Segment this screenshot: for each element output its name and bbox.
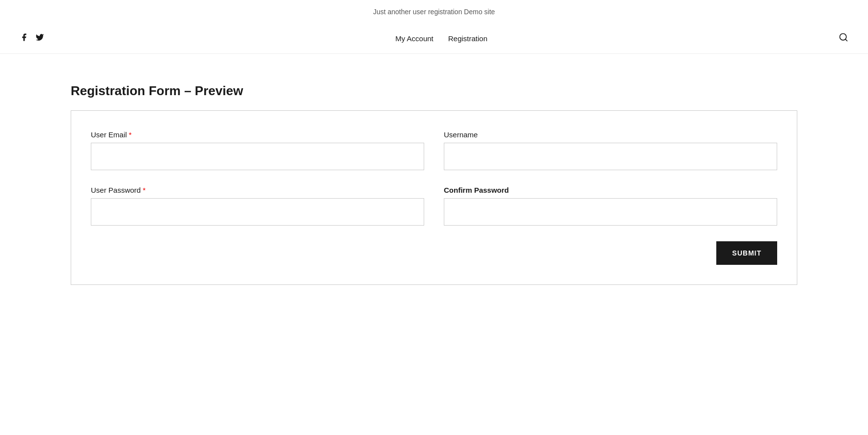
- form-row-2: User Password* Confirm Password: [91, 186, 777, 226]
- user-password-field: User Password*: [91, 186, 424, 226]
- user-email-field: User Email*: [91, 130, 424, 170]
- form-actions: SUBMIT: [91, 241, 777, 265]
- facebook-icon[interactable]: [20, 33, 28, 44]
- username-field: Username: [444, 130, 777, 170]
- nav-registration[interactable]: Registration: [448, 34, 488, 43]
- user-password-label: User Password*: [91, 186, 424, 194]
- social-links: [20, 33, 44, 44]
- main-content: Registration Form – Preview User Email* …: [51, 54, 817, 305]
- submit-button[interactable]: SUBMIT: [716, 241, 777, 265]
- site-header: My Account Registration: [0, 24, 868, 54]
- user-email-label: User Email*: [91, 130, 424, 139]
- registration-form-container: User Email* Username User Password* Conf…: [71, 110, 797, 285]
- nav-my-account[interactable]: My Account: [395, 34, 434, 43]
- svg-line-1: [845, 39, 847, 41]
- user-email-required: *: [129, 130, 132, 139]
- site-tagline: Just another user registration Demo site: [0, 0, 868, 24]
- confirm-password-field: Confirm Password: [444, 186, 777, 226]
- user-email-input[interactable]: [91, 143, 424, 170]
- twitter-icon[interactable]: [35, 33, 44, 44]
- main-nav: My Account Registration: [395, 34, 488, 43]
- username-label: Username: [444, 130, 777, 139]
- user-password-input[interactable]: [91, 198, 424, 226]
- form-row-1: User Email* Username: [91, 130, 777, 170]
- tagline-text: Just another user registration Demo site: [373, 8, 495, 16]
- page-title: Registration Form – Preview: [71, 83, 797, 99]
- search-button[interactable]: [839, 32, 848, 45]
- confirm-password-input[interactable]: [444, 198, 777, 226]
- username-input[interactable]: [444, 143, 777, 170]
- confirm-password-label: Confirm Password: [444, 186, 777, 194]
- user-password-required: *: [143, 186, 146, 194]
